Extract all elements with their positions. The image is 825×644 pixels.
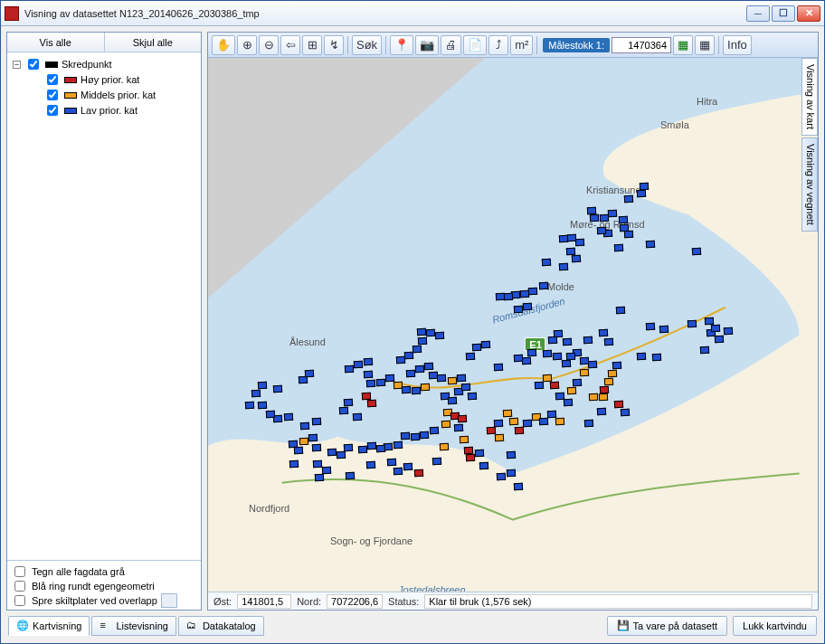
data-point[interactable] xyxy=(564,399,573,407)
data-point[interactable] xyxy=(367,442,376,450)
data-point[interactable] xyxy=(494,420,503,428)
data-point[interactable] xyxy=(497,473,506,481)
data-point[interactable] xyxy=(472,344,481,352)
print-tool[interactable]: 🖨 xyxy=(441,35,461,55)
data-point[interactable] xyxy=(567,387,576,395)
data-point[interactable] xyxy=(412,387,421,395)
data-point[interactable] xyxy=(555,418,564,426)
data-point[interactable] xyxy=(454,424,463,432)
data-point[interactable] xyxy=(312,444,321,452)
data-point[interactable] xyxy=(440,443,449,451)
data-point[interactable] xyxy=(353,413,362,421)
data-point[interactable] xyxy=(589,393,598,402)
data-point[interactable] xyxy=(527,349,536,357)
data-point[interactable] xyxy=(344,399,353,407)
data-point[interactable] xyxy=(612,362,621,370)
data-point[interactable] xyxy=(402,386,411,394)
minimize-button[interactable]: ─ xyxy=(746,5,770,22)
data-point[interactable] xyxy=(528,288,537,296)
data-point[interactable] xyxy=(616,307,625,315)
data-point[interactable] xyxy=(590,214,599,223)
data-point[interactable] xyxy=(346,472,355,480)
data-point[interactable] xyxy=(711,325,720,333)
data-point[interactable] xyxy=(376,445,385,453)
data-point[interactable] xyxy=(715,336,724,344)
data-point[interactable] xyxy=(367,400,376,408)
data-point[interactable] xyxy=(543,374,552,383)
data-point[interactable] xyxy=(362,393,371,401)
data-point[interactable] xyxy=(584,420,593,428)
data-point[interactable] xyxy=(700,346,709,355)
tab-kartvisning[interactable]: 🌐Kartvisning xyxy=(8,616,90,636)
data-point[interactable] xyxy=(542,259,551,267)
data-point[interactable] xyxy=(339,407,348,415)
data-point[interactable] xyxy=(555,393,564,401)
data-point[interactable] xyxy=(284,413,293,421)
data-point[interactable] xyxy=(258,402,267,410)
data-point[interactable] xyxy=(308,434,318,442)
data-point[interactable] xyxy=(507,469,516,478)
data-point[interactable] xyxy=(637,353,646,361)
data-point[interactable] xyxy=(487,427,496,435)
data-point[interactable] xyxy=(364,358,373,366)
data-point[interactable] xyxy=(315,474,324,482)
data-point[interactable] xyxy=(394,468,403,476)
data-point[interactable] xyxy=(475,450,484,458)
data-point[interactable] xyxy=(289,440,298,449)
data-point[interactable] xyxy=(441,421,450,429)
root-checkbox[interactable] xyxy=(28,59,39,70)
data-point[interactable] xyxy=(354,361,363,369)
data-point[interactable] xyxy=(412,346,422,354)
data-point[interactable] xyxy=(652,354,661,362)
data-point[interactable] xyxy=(583,336,593,345)
data-point[interactable] xyxy=(364,371,373,379)
data-point[interactable] xyxy=(539,418,548,426)
data-point[interactable] xyxy=(597,227,606,235)
data-point[interactable] xyxy=(299,438,308,446)
zoom-in-tool[interactable]: ⊕ xyxy=(237,35,257,55)
layer-checkbox[interactable] xyxy=(47,90,58,100)
data-point[interactable] xyxy=(313,460,322,469)
data-point[interactable] xyxy=(503,410,512,418)
data-point[interactable] xyxy=(567,234,576,242)
data-point[interactable] xyxy=(688,320,697,328)
data-point[interactable] xyxy=(566,248,575,256)
opt-gray-checkbox[interactable] xyxy=(14,566,25,577)
close-map-button[interactable]: Lukk kartvindu xyxy=(733,616,817,636)
data-point[interactable] xyxy=(608,210,617,218)
data-point[interactable] xyxy=(619,216,628,224)
data-point[interactable] xyxy=(411,433,420,441)
data-point[interactable] xyxy=(387,459,396,467)
data-point[interactable] xyxy=(401,432,410,440)
data-point[interactable] xyxy=(559,235,568,243)
opt-gray[interactable]: Tegn alle fagdata grå xyxy=(11,564,197,579)
data-point[interactable] xyxy=(466,353,475,361)
data-point[interactable] xyxy=(424,363,433,371)
layer-checkbox[interactable] xyxy=(47,74,58,85)
data-point[interactable] xyxy=(624,195,633,204)
data-point[interactable] xyxy=(515,427,524,435)
data-point[interactable] xyxy=(460,436,469,444)
scale-input[interactable] xyxy=(612,37,671,53)
data-point[interactable] xyxy=(509,418,518,426)
tab-hide-all[interactable]: Skjul alle xyxy=(105,33,202,52)
data-point[interactable] xyxy=(426,329,435,337)
tree-root[interactable]: − Skredpunkt xyxy=(13,57,195,71)
data-point[interactable] xyxy=(580,357,589,365)
data-point[interactable] xyxy=(547,411,556,419)
opt-ring-checkbox[interactable] xyxy=(14,581,25,592)
data-point[interactable] xyxy=(245,402,254,410)
data-point[interactable] xyxy=(417,328,426,336)
data-point[interactable] xyxy=(415,365,424,374)
data-point[interactable] xyxy=(562,360,571,368)
data-point[interactable] xyxy=(457,374,466,383)
data-point[interactable] xyxy=(572,255,581,263)
opt-spread[interactable]: Spre skiltplater ved overlapp xyxy=(11,593,197,608)
data-point[interactable] xyxy=(358,446,367,454)
data-point[interactable] xyxy=(604,338,613,346)
copy-icon[interactable] xyxy=(161,593,177,608)
data-point[interactable] xyxy=(385,374,394,383)
data-point[interactable] xyxy=(448,397,457,405)
data-point[interactable] xyxy=(300,422,309,431)
data-point[interactable] xyxy=(550,382,559,390)
